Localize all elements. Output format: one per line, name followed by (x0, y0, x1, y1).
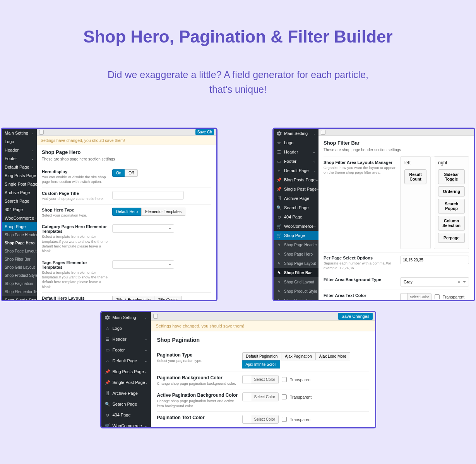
color-picker: Select Color (242, 415, 279, 424)
sidebar-item-header[interactable]: ☰Header⌄ (274, 147, 318, 157)
sidebar-sub-product-style[interactable]: ✎Shop Product Style (274, 287, 318, 296)
sidebar-item-search[interactable]: Search Page (2, 197, 37, 205)
select-color-btn[interactable]: Select Color (251, 375, 278, 384)
transparent-checkbox[interactable] (282, 394, 287, 399)
select-color-btn[interactable]: Select Color (251, 393, 278, 401)
save-button[interactable]: Save Changes (338, 313, 372, 320)
sidebar-sub-grid-layout[interactable]: ✎Shop Grid Layout (274, 277, 318, 287)
sidebar-item-archive[interactable]: 🗄Archive Page (101, 388, 151, 399)
sidebar-item-shop-page[interactable]: Shop Page (2, 222, 37, 231)
switch-on[interactable]: On (112, 169, 125, 177)
sidebar-item-main-setting[interactable]: Main Setting⌄ (101, 312, 151, 323)
sidebar-item-main-setting[interactable]: Main Setting⌄ (2, 129, 37, 137)
sidebar-item-footer[interactable]: Footer⌄ (2, 154, 37, 163)
save-button[interactable]: Save Ch (195, 129, 214, 135)
page-subtitle: Did we exaggerate a little? A field gene… (8, 68, 468, 97)
switch-off[interactable]: Off (125, 169, 137, 177)
expand-icon[interactable] (321, 130, 325, 135)
tags-hero-select[interactable] (112, 260, 174, 269)
layout-item-column-selection[interactable]: Column Selection (438, 216, 465, 230)
sidebar-item-blog-posts[interactable]: Blog Posts Page⌄ (2, 171, 37, 180)
clear-icon[interactable]: × (458, 280, 460, 284)
section-title: Shop Page Hero (42, 149, 211, 155)
btn-ajax-load-more[interactable]: Ajax Load More (315, 352, 350, 360)
btn-elementor-tpl[interactable]: Elementor Templates (141, 208, 185, 216)
sidebar-item-404[interactable]: ⊘404 Page (101, 409, 151, 420)
field-label: Category Pages Hero Elementor Templates (42, 224, 108, 234)
category-hero-select[interactable] (112, 224, 174, 233)
layout-item-result-count[interactable]: Result Count (404, 169, 426, 184)
layout-item-search-popup[interactable]: Search Popup (438, 199, 465, 213)
perpage-input[interactable] (400, 256, 469, 264)
sidebar-item-single-post[interactable]: 📌Single Post Page⌄ (274, 184, 318, 194)
sidebar-sub-grid-layout[interactable]: Shop Grid Layout (2, 263, 37, 271)
sidebar-sub-elementor-tpl[interactable]: Shop Elementor Template (2, 288, 37, 296)
sidebar-sub-shop-layout[interactable]: Shop Page Layout (2, 247, 37, 255)
sidebar-item-main-setting[interactable]: Main Setting⌄ (274, 129, 318, 138)
btn-title-center[interactable]: Title Center (154, 296, 181, 300)
color-swatch (401, 293, 408, 300)
field-desc: Select a template from elementor templat… (42, 234, 108, 253)
sidebar-item-footer[interactable]: ▭Footer⌄ (274, 157, 318, 166)
sidebar-sub-shop-hero[interactable]: ✎Shop Page Hero (274, 249, 318, 259)
sidebar-item-default-page[interactable]: Default Page⌄ (2, 163, 37, 171)
sidebar-item-header[interactable]: ☰Header⌄ (101, 334, 151, 345)
sidebar: Main Setting⌄ ☆Logo ☰Header⌄ ▭Footer⌄ ⌂D… (274, 129, 318, 300)
custom-title-input[interactable] (112, 191, 184, 200)
sidebar-item-blog-posts[interactable]: 📌Blog Posts Page⌄ (101, 366, 151, 377)
sidebar-sub-filter-bar[interactable]: ✎Shop Filter Bar (274, 268, 318, 277)
sidebar-item-logo[interactable]: ☆Logo (101, 323, 151, 334)
sidebar-sub-shop-header[interactable]: Shop Page Header (2, 231, 37, 239)
transparent-checkbox[interactable] (282, 377, 287, 382)
sidebar-item-woocommerce[interactable]: WooCommerce⌄ (2, 214, 37, 222)
select-color-btn[interactable]: Select Color (408, 293, 431, 300)
sidebar-item-blog-posts[interactable]: 📌Blog Posts Page⌄ (274, 175, 318, 184)
bg-type-select[interactable]: Gray× (400, 277, 469, 287)
layout-item-perpage[interactable]: Perpage (438, 233, 465, 243)
sidebar-item-header[interactable]: Header⌄ (2, 146, 37, 154)
sidebar-sub-shop-layout[interactable]: ✎Shop Page Layout (274, 259, 318, 268)
expand-icon[interactable] (153, 314, 158, 319)
pencil-icon: ✎ (276, 242, 282, 247)
home-icon: ⌂ (276, 168, 282, 173)
select-color-btn[interactable]: Select Color (251, 415, 278, 423)
transparent-checkbox[interactable] (435, 294, 440, 299)
sidebar-item-default-page[interactable]: ⌂Default Page⌄ (274, 166, 318, 175)
sidebar-item-logo[interactable]: Logo (2, 137, 37, 146)
section-desc: These are shop page header section setti… (324, 148, 469, 152)
btn-default-pagination[interactable]: Default Pagination (242, 352, 282, 360)
sidebar-sub-product-style[interactable]: Shop Product Style (2, 271, 37, 280)
sidebar-item-default-page[interactable]: ⌂Default Page⌄ (101, 355, 151, 366)
sidebar-item-archive[interactable]: Archive Page (2, 188, 37, 197)
btn-ajax-infinite[interactable]: Ajax Infinite Scroll (242, 360, 280, 368)
shop-filter-panel: Main Setting⌄ ☆Logo ☰Header⌄ ▭Footer⌄ ⌂D… (272, 128, 475, 301)
sidebar-item-shop-page[interactable]: 🛒Shop Page (274, 231, 318, 240)
btn-ajax-pagination[interactable]: Ajax Pagination (281, 352, 316, 360)
expand-icon[interactable] (39, 130, 44, 135)
sidebar-sub-shop-header[interactable]: ✎Shop Page Header (274, 240, 318, 249)
transparent-checkbox[interactable] (282, 417, 287, 422)
sidebar-sub-pagination[interactable]: ✎Shop Pagination (274, 296, 318, 300)
sidebar-item-woocommerce[interactable]: 🛒WooCommerce⌄ (274, 222, 318, 231)
layout-item-ordering[interactable]: Ordering (438, 186, 465, 196)
sidebar-item-single-post[interactable]: 📌Single Post Page⌄ (101, 377, 151, 388)
section-desc: These are shop page hero section setting… (42, 157, 211, 161)
chevron-down-icon: ⌄ (144, 370, 147, 374)
layout-item-sidebar-toggle[interactable]: Sidebar Toggle (438, 169, 465, 184)
sidebar-item-single-post[interactable]: Single Post Page⌄ (2, 180, 37, 188)
sidebar-sub-filter-bar[interactable]: Shop Filter Bar (2, 255, 37, 263)
sidebar-item-logo[interactable]: ☆Logo (274, 138, 318, 147)
sidebar-sub-shop-hero[interactable]: Shop Page Hero (2, 239, 37, 247)
field-desc: You can enable or disable the site shop … (42, 175, 108, 184)
sidebar-item-404[interactable]: ⊘404 Page (274, 212, 318, 222)
sidebar-item-archive[interactable]: 🗄Archive Page (274, 194, 318, 203)
sidebar-item-footer[interactable]: ▭Footer⌄ (101, 345, 151, 355)
sidebar-item-shop-single[interactable]: Shop Single Page⌄ (2, 296, 37, 300)
sidebar-item-search[interactable]: 🔍Search Page (274, 203, 318, 212)
btn-default-hero[interactable]: Default Hero (112, 208, 142, 216)
sidebar-item-404[interactable]: 404 Page (2, 205, 37, 214)
btn-title-breadcrumbs[interactable]: Title + Breadcrumbs (112, 296, 154, 300)
sidebar-sub-pagination[interactable]: Shop Pagination (2, 280, 37, 288)
sidebar-item-search[interactable]: 🔍Search Page (101, 399, 151, 409)
sidebar-item-woocommerce[interactable]: 🛒WooCommerce⌄ (101, 420, 151, 427)
